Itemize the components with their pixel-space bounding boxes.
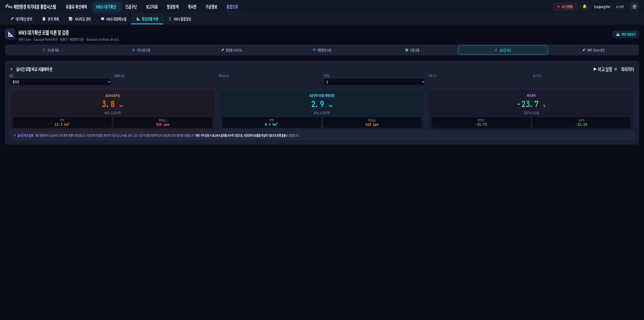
svg-text:ing: ing	[8, 4, 12, 9]
